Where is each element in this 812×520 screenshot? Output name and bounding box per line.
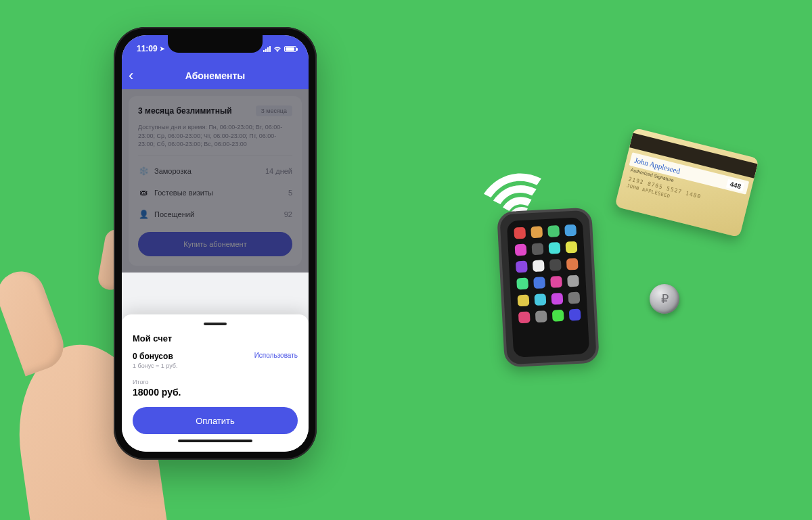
row-icon: 🎟 (138, 187, 149, 198)
phone-screen: 11:09 ➤ ‹ Абонементы 3 месяца безлимитны… (122, 35, 309, 452)
row-icon: ❄️ (138, 166, 149, 176)
app-tile (514, 227, 526, 239)
row-value: 92 (284, 210, 292, 218)
total-amount: 18000 руб. (133, 387, 298, 398)
phone-notch (168, 35, 263, 53)
phone-apps-illustration (497, 207, 600, 367)
subscription-card: 3 месяца безлимитный 3 месяца Доступные … (129, 96, 302, 266)
row-label: Посещений (154, 210, 194, 218)
plan-title: 3 месяца безлимитный (138, 106, 232, 116)
app-tile (552, 310, 564, 322)
row-label: Заморозка (154, 167, 191, 175)
location-icon: ➤ (160, 45, 165, 52)
credit-card-illustration: John Appleseed 448 Authorized Signature … (614, 128, 759, 237)
app-tile (531, 226, 543, 238)
card-cvv: 448 (726, 179, 744, 191)
phone-frame: 11:09 ➤ ‹ Абонементы 3 месяца безлимитны… (114, 27, 317, 460)
plan-detail-row: 👤 Посещений 92 (138, 204, 292, 225)
app-tile (564, 224, 577, 237)
app-tile (533, 260, 545, 272)
app-tile (551, 293, 563, 305)
status-time: 11:09 (137, 44, 158, 53)
battery-icon (284, 46, 296, 52)
app-tile (532, 243, 544, 255)
sheet-grabber[interactable] (204, 323, 227, 325)
app-tile (518, 311, 531, 323)
row-value: 5 (288, 189, 292, 197)
app-tile (535, 310, 547, 323)
buy-subscription-button[interactable]: Купить абонемент (138, 232, 292, 256)
signal-icon (263, 46, 271, 52)
app-tile (534, 293, 546, 306)
back-button[interactable]: ‹ (129, 67, 133, 85)
row-value: 14 дней (265, 167, 292, 175)
wifi-icon (273, 46, 281, 52)
bonus-rate: 1 бонус = 1 руб. (133, 362, 177, 369)
app-tile (533, 277, 545, 289)
schedule-text: Доступные дни и время: Пн, 06:00-23:00; … (138, 123, 292, 156)
dimmed-content: 3 месяца безлимитный 3 месяца Доступные … (122, 89, 309, 273)
app-tile (567, 275, 579, 287)
plan-duration-badge: 3 месяца (256, 105, 292, 116)
plan-detail-row: 🎟 Гостевые визиты 5 (138, 182, 292, 204)
home-indicator[interactable] (178, 440, 252, 442)
nav-header: ‹ Абонементы (122, 62, 309, 89)
app-tile (549, 242, 561, 254)
payment-sheet: Мой счет 0 бонусов 1 бонус = 1 руб. Испо… (122, 314, 309, 452)
app-tile (516, 261, 528, 273)
plan-detail-row: ❄️ Заморозка 14 дней (138, 160, 292, 182)
bonus-amount: 0 бонусов (133, 352, 177, 361)
use-bonus-link[interactable]: Использовать (254, 352, 298, 359)
app-tile (550, 276, 562, 288)
coin-illustration: ₽ (650, 284, 679, 314)
app-tile (516, 278, 528, 290)
app-tile (569, 309, 581, 321)
pay-button[interactable]: Оплатить (133, 407, 298, 434)
app-tile (518, 295, 530, 307)
app-tile (515, 244, 527, 256)
app-tile (547, 225, 560, 237)
app-tile (549, 259, 562, 271)
row-label: Гостевые визиты (154, 189, 213, 197)
nav-title: Абонементы (185, 70, 246, 81)
app-tile (568, 292, 580, 304)
total-label: Итого (133, 379, 298, 385)
app-tile (566, 241, 578, 254)
sheet-title: Мой счет (133, 333, 298, 344)
row-icon: 👤 (138, 209, 149, 220)
app-tile (566, 258, 579, 270)
